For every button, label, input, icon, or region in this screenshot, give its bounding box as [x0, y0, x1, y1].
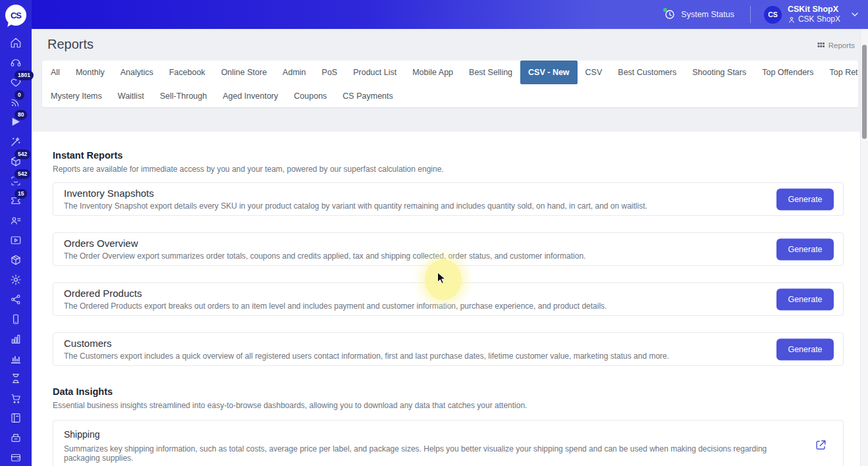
sidebar-item-chat[interactable]: 1801: [9, 76, 22, 88]
tab[interactable]: Admin: [275, 61, 313, 84]
sidebar-item-media[interactable]: 80: [9, 116, 22, 128]
insight-card[interactable]: Shipping Summarizes key shipping informa…: [53, 420, 844, 466]
generate-button[interactable]: Generate: [776, 288, 834, 310]
sidebar-item-tickets[interactable]: 15: [9, 195, 22, 207]
tab[interactable]: Waitlist: [110, 84, 152, 107]
tab-label: Online Store: [221, 68, 267, 77]
sidebar-item-orders[interactable]: [9, 392, 22, 404]
account-name: CSKit ShopX: [788, 5, 840, 15]
account-chevron[interactable]: [850, 9, 860, 20]
home-icon: [10, 37, 22, 49]
hourglass-icon: [10, 373, 22, 384]
contacts-icon: [10, 215, 22, 226]
insight-card-description: Summarizes key shipping information, suc…: [64, 444, 797, 463]
report-card-title: Inventory Snapshots: [64, 188, 832, 199]
tab-label: Best Selling: [469, 68, 512, 77]
report-card-title: Orders Overview: [64, 238, 832, 249]
tab-label: Product List: [353, 68, 396, 77]
external-link-icon[interactable]: [815, 439, 827, 452]
tab-label: Top Returners: [830, 68, 858, 77]
sidebar-item-settings[interactable]: [9, 274, 22, 286]
tab-label: Analytics: [121, 68, 153, 77]
tab[interactable]: Best Customers: [610, 61, 684, 84]
app-logo[interactable]: CS: [5, 5, 26, 26]
tab-label: CS Payments: [342, 91, 393, 101]
tab[interactable]: Online Store: [213, 61, 275, 84]
tab[interactable]: Aged Inventory: [215, 84, 286, 107]
tab-label: Sell-Through: [160, 91, 207, 101]
tab[interactable]: CSV - New: [520, 61, 578, 84]
avatar[interactable]: CS: [764, 6, 782, 24]
tab-label: Top Offenders: [762, 68, 813, 77]
main-panel: Instant Reports Reports are available fo…: [32, 132, 868, 466]
tab-row-1: AllMonthlyAnalyticsFacebookOnline StoreA…: [42, 61, 858, 84]
generate-button[interactable]: Generate: [776, 238, 834, 260]
sidebar-item-broadcast[interactable]: 0: [9, 96, 22, 108]
scrollbar-thumb[interactable]: [862, 45, 867, 139]
system-status[interactable]: System Status: [664, 9, 734, 20]
tab[interactable]: CS Payments: [335, 84, 400, 107]
tab[interactable]: Analytics: [113, 61, 161, 84]
sidebar-item-products[interactable]: 542: [9, 155, 22, 167]
tab[interactable]: CSV: [578, 61, 610, 84]
tab-label: Admin: [283, 68, 306, 77]
sidebar: CS 1801 0 80 542 542: [0, 0, 32, 466]
sidebar-item-ledger[interactable]: [9, 412, 22, 424]
tab-label: Coupons: [294, 91, 327, 101]
report-card: Customers The Customers export includes …: [53, 332, 844, 366]
report-card-title: Customers: [64, 338, 832, 349]
scrollbar-track[interactable]: [860, 29, 868, 466]
video-icon: [10, 234, 22, 246]
sidebar-item-analytics[interactable]: [9, 333, 22, 345]
header-divider: [750, 6, 751, 23]
tab-row-2: Mystery ItemsWaitlistSell-ThroughAged In…: [42, 84, 858, 107]
sidebar-item-packages[interactable]: [9, 254, 22, 266]
logo-text: CS: [11, 11, 21, 20]
scan-badge: 542: [14, 169, 30, 179]
generate-button[interactable]: Generate: [776, 338, 834, 360]
growth-chart-icon: [10, 333, 22, 345]
tab[interactable]: Coupons: [286, 84, 335, 107]
tab[interactable]: Mystery Items: [43, 84, 110, 107]
tab[interactable]: Top Returners: [822, 61, 858, 84]
sidebar-item-history[interactable]: [9, 373, 22, 384]
report-card-title: Ordered Products: [64, 288, 832, 299]
report-card-description: The Order Overview export summarizes ord…: [64, 251, 832, 261]
tab[interactable]: Product List: [345, 61, 404, 84]
sidebar-item-support[interactable]: [9, 57, 22, 68]
tab[interactable]: Best Selling: [461, 61, 520, 84]
page-title: Reports: [47, 37, 94, 52]
report-tabs: AllMonthlyAnalyticsFacebookOnline StoreA…: [42, 61, 858, 107]
tab[interactable]: PoS: [314, 61, 346, 84]
sidebar-item-reports[interactable]: [9, 353, 22, 365]
tab[interactable]: Monthly: [68, 61, 113, 84]
sidebar-item-videos[interactable]: [9, 234, 22, 246]
sidebar-item-register[interactable]: [9, 432, 22, 444]
tab[interactable]: All: [43, 61, 68, 84]
insight-card-title: Shipping: [64, 429, 797, 440]
tab[interactable]: Mobile App: [404, 61, 461, 84]
wallet-icon: [10, 452, 22, 463]
breadcrumb[interactable]: Reports: [817, 41, 855, 49]
tab-label: Mobile App: [412, 68, 453, 77]
account-menu[interactable]: CSKit ShopX CSK ShopX: [788, 5, 840, 25]
tab[interactable]: Facebook: [161, 61, 213, 84]
tab[interactable]: Top Offenders: [754, 61, 821, 84]
generate-button[interactable]: Generate: [776, 188, 834, 210]
chevron-down-icon: [850, 9, 860, 20]
sidebar-item-mobile[interactable]: [9, 313, 22, 325]
tab[interactable]: Shooting Stars: [684, 61, 754, 84]
tab-label: CSV - New: [528, 68, 570, 77]
tab-label: Facebook: [169, 68, 205, 77]
cart-icon: [10, 392, 22, 404]
sidebar-item-home[interactable]: [9, 37, 22, 49]
sidebar-item-contacts[interactable]: [9, 215, 22, 226]
sidebar-item-automations[interactable]: [9, 136, 22, 147]
report-card-description: The Customers export includes a quick ov…: [64, 351, 832, 361]
report-card: Ordered Products The Ordered Products ex…: [53, 282, 844, 316]
sidebar-item-scan[interactable]: 542: [9, 175, 22, 187]
sidebar-item-integrations[interactable]: [9, 294, 22, 305]
tab[interactable]: Sell-Through: [152, 84, 215, 107]
sidebar-item-payments[interactable]: [9, 452, 22, 463]
tab-label: Waitlist: [118, 91, 144, 101]
